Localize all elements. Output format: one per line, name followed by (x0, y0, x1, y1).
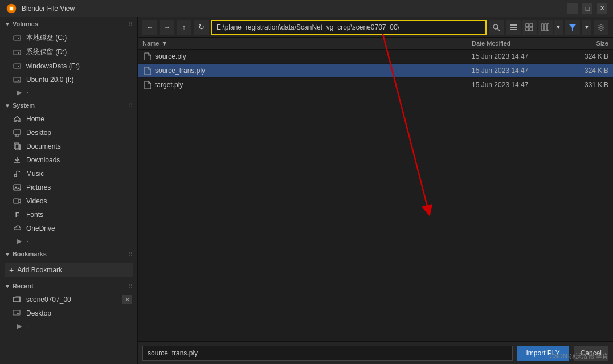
view-dropdown-button[interactable]: ▼ (554, 20, 563, 35)
svg-point-20 (14, 174, 17, 177)
volumes-more: ⠿ (129, 21, 133, 27)
file-size-source-trans-ply: 324 KiB (563, 67, 608, 75)
search-button[interactable] (489, 20, 504, 35)
svg-line-29 (497, 28, 500, 31)
path-input[interactable] (211, 20, 487, 35)
file-size-target-ply: 331 KiB (563, 81, 608, 89)
sidebar-item-pictures-label: Pictures (26, 183, 51, 191)
svg-rect-31 (510, 27, 517, 28)
filename-input[interactable] (142, 346, 513, 361)
refresh-button[interactable]: ↻ (194, 20, 209, 35)
system-chevron: ▼ (5, 103, 10, 109)
view-columns-button[interactable] (538, 20, 553, 35)
recent-label: Recent (13, 283, 129, 289)
sidebar-item-documents[interactable]: Documents (0, 140, 137, 153)
filter-dropdown-button[interactable]: ▼ (582, 20, 591, 35)
svg-rect-23 (14, 185, 21, 190)
sidebar-item-home[interactable]: Home (0, 112, 137, 126)
recent-more-btn[interactable]: ▶ ··· (0, 320, 137, 332)
file-row-source-ply[interactable]: source.ply 15 Jun 2023 14:47 324 KiB (138, 50, 613, 64)
recent-item-scene0707-label: scene0707_00 (26, 296, 71, 304)
bookmarks-section-header[interactable]: ▼ Bookmarks ⠿ (0, 247, 137, 261)
recent-item-scene0707[interactable]: scene0707_00 ✕ (0, 293, 137, 306)
pictures-icon (13, 183, 22, 192)
sidebar-item-fonts[interactable]: F Fonts (0, 208, 137, 222)
file-size-source-ply: 324 KiB (563, 52, 608, 60)
bookmarks-label: Bookmarks (13, 251, 129, 257)
column-size-label: Size (596, 40, 608, 47)
system-more: ⠿ (129, 103, 133, 109)
column-name[interactable]: Name ▼ (142, 40, 472, 47)
svg-rect-8 (18, 66, 19, 67)
blender-logo (6, 3, 17, 14)
sidebar-item-downloads[interactable]: Downloads (0, 153, 137, 167)
app-title: Blender File View (22, 5, 75, 13)
svg-rect-34 (530, 24, 533, 27)
column-date[interactable]: Date Modified (472, 40, 563, 47)
sidebar-item-ubuntu-i[interactable]: Ubuntu 20.0 (I:) (0, 73, 137, 87)
svg-rect-9 (14, 77, 21, 82)
svg-rect-33 (526, 24, 529, 27)
sidebar-item-windows-data-e[interactable]: windowsData (E:) (0, 59, 137, 73)
recent-item-scene0707-close[interactable]: ✕ (122, 295, 132, 304)
main-layout: ▼ Volumes ⠿ 本地磁盘 (C:) 系统保留 (D:) windowsD… (0, 17, 613, 364)
file-row-target-ply[interactable]: target.ply 15 Jun 2023 14:47 331 KiB (138, 78, 613, 92)
drive-icon-e (13, 62, 22, 71)
recent-chevron: ▼ (5, 283, 10, 289)
back-button[interactable]: ← (142, 20, 157, 35)
file-list-header: Name ▼ Date Modified Size (138, 38, 613, 50)
add-bookmark-label: Add Bookmark (17, 266, 62, 274)
toolbar: ← → ↑ ↻ ▼ ▼ (138, 17, 613, 38)
bookmarks-more: ⠿ (129, 251, 133, 257)
file-date-target-ply: 15 Jun 2023 14:47 (472, 81, 563, 89)
volumes-more-btn[interactable]: ▶ ··· (0, 87, 137, 99)
drive-label-e: windowsData (E:) (26, 62, 80, 70)
recent-item-desktop[interactable]: Desktop (0, 306, 137, 320)
sidebar-item-desktop-label: Desktop (26, 129, 51, 137)
sidebar-item-system-reserved-d[interactable]: 系统保留 (D:) (0, 45, 137, 59)
forward-button[interactable]: → (160, 20, 174, 35)
onedrive-icon (13, 224, 22, 233)
recent-item-desktop-label: Desktop (26, 309, 51, 317)
svg-line-22 (17, 171, 20, 172)
system-section-header[interactable]: ▼ System ⠿ (0, 99, 137, 112)
sidebar-item-videos-label: Videos (26, 197, 47, 205)
view-grid-button[interactable] (522, 20, 537, 35)
home-icon (13, 114, 22, 124)
desktop-icon (13, 128, 22, 137)
svg-rect-11 (14, 130, 21, 134)
drive-icon-c (13, 34, 22, 43)
up-button[interactable]: ↑ (177, 20, 191, 35)
svg-rect-7 (14, 64, 21, 68)
add-bookmark-button[interactable]: + Add Bookmark (5, 263, 133, 277)
plus-icon: + (9, 265, 14, 275)
svg-rect-26 (13, 310, 20, 315)
settings-button[interactable] (594, 20, 608, 35)
sidebar-item-onedrive[interactable]: OneDrive (0, 222, 137, 235)
file-name-source-ply: source.ply (155, 52, 472, 60)
filter-button[interactable] (565, 20, 580, 35)
watermark-text: CSDN @沃洛德·辛肖 (550, 352, 608, 361)
column-size[interactable]: Size (563, 40, 608, 47)
svg-rect-6 (18, 52, 19, 54)
minimize-button[interactable]: − (567, 3, 578, 14)
view-list-button[interactable] (506, 20, 521, 35)
music-icon (13, 169, 22, 178)
sidebar-item-fonts-label: Fonts (26, 211, 43, 219)
close-button[interactable]: ✕ (597, 3, 607, 14)
sidebar-item-local-disk-c[interactable]: 本地磁盘 (C:) (0, 31, 137, 45)
system-more-btn[interactable]: ▶ ··· (0, 235, 137, 247)
volumes-section-header[interactable]: ▼ Volumes ⠿ (0, 17, 137, 31)
svg-rect-5 (14, 50, 21, 55)
svg-marker-40 (569, 24, 576, 31)
sidebar-item-music[interactable]: Music (0, 167, 137, 181)
svg-rect-35 (526, 28, 529, 31)
file-row-source-trans-ply[interactable]: source_trans.ply 15 Jun 2023 14:47 324 K… (138, 64, 613, 78)
maximize-button[interactable]: □ (582, 3, 592, 14)
sidebar-item-pictures[interactable]: Pictures (0, 181, 137, 194)
sidebar-item-videos[interactable]: Videos (0, 194, 137, 208)
sidebar-item-desktop[interactable]: Desktop (0, 126, 137, 140)
recent-section-header[interactable]: ▼ Recent ⠿ (0, 279, 137, 293)
svg-point-41 (600, 26, 602, 28)
file-date-source-trans-ply: 15 Jun 2023 14:47 (472, 67, 563, 75)
